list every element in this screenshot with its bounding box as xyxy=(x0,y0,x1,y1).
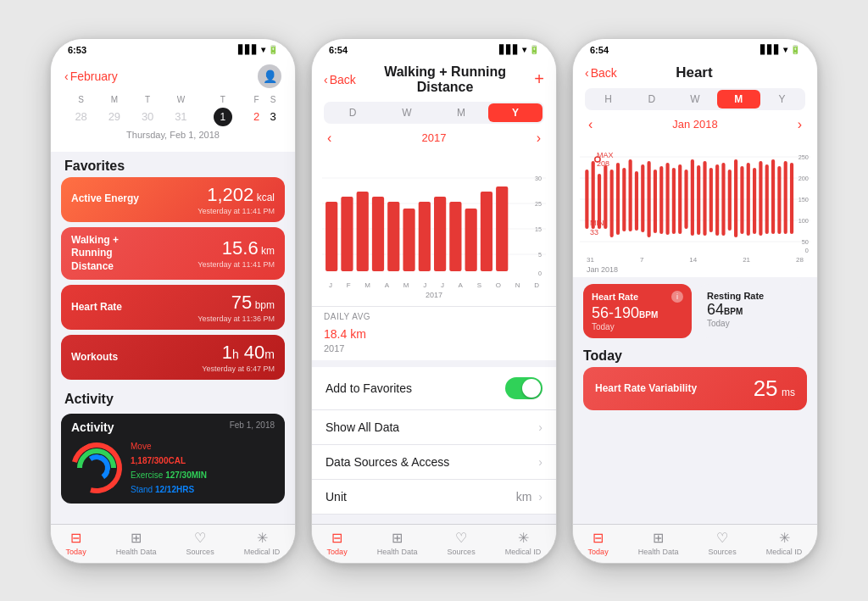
data-sources-chevron: › xyxy=(538,455,542,469)
hrv-card[interactable]: Heart Rate Variability 25 ms xyxy=(583,367,807,410)
status-icons-2: ▋▋▋ ▾ 🔋 xyxy=(499,45,539,54)
tab-today-icon-3: ⊟ xyxy=(593,530,604,546)
tab-today-2[interactable]: ⊟ Today xyxy=(327,530,348,556)
period-y[interactable]: Y xyxy=(488,103,542,122)
chart-month-3: Jan 2018 xyxy=(672,118,718,131)
unit-item[interactable]: Unit km › xyxy=(312,480,556,515)
chart-nav-3: ‹ Jan 2018 › xyxy=(585,115,805,134)
period-d[interactable]: D xyxy=(326,103,380,122)
period-w-3[interactable]: W xyxy=(673,90,716,109)
status-time-3: 6:54 xyxy=(590,45,609,55)
chart-nav-2: ‹ 2017 › xyxy=(324,129,544,147)
period-y-3[interactable]: Y xyxy=(760,90,804,109)
svg-text:30: 30 xyxy=(535,175,542,181)
fav-heart-rate[interactable]: Heart Rate 75 bpm Yesterday at 11:36 PM xyxy=(61,285,285,330)
p3-back-label: Back xyxy=(591,66,617,80)
daily-avg-unit: km xyxy=(347,327,366,341)
period-m-3[interactable]: M xyxy=(717,90,760,109)
heart-card-info[interactable]: i xyxy=(671,291,683,303)
daily-avg-year: 2017 xyxy=(324,343,544,353)
activity-card[interactable]: Activity Feb 1, 2018 Move1,187/300CAL xyxy=(61,414,285,504)
tab-today-label-1: Today xyxy=(66,548,86,556)
hrv-value-row: 25 ms xyxy=(754,376,795,402)
p3-back[interactable]: ‹ Back xyxy=(585,66,617,80)
tab-medical-1[interactable]: ✳ Medical ID xyxy=(244,530,281,556)
tab-sources-label-3: Sources xyxy=(709,548,737,556)
svg-text:25: 25 xyxy=(535,201,542,207)
period-d-3[interactable]: D xyxy=(630,90,673,109)
tab-today-3[interactable]: ⊟ Today xyxy=(588,530,609,556)
activity-rings xyxy=(71,442,122,493)
period-m[interactable]: M xyxy=(434,103,488,122)
svg-text:150: 150 xyxy=(798,197,809,203)
toggle-favorites[interactable] xyxy=(505,377,542,399)
p2-back[interactable]: ‹ Back xyxy=(324,73,356,86)
data-sources-item[interactable]: Data Sources & Access › xyxy=(312,445,556,480)
p2-add-btn[interactable]: + xyxy=(534,70,544,89)
resting-value: 64BPM xyxy=(707,301,798,319)
tab-health-label-3: Health Data xyxy=(638,548,679,556)
fav-active-energy[interactable]: Active Energy 1,202 kcal Yesterday at 11… xyxy=(61,177,285,222)
status-bar-2: 6:54 ▋▋▋ ▾ 🔋 xyxy=(312,39,556,59)
avatar-1[interactable]: 👤 xyxy=(258,64,281,88)
add-to-favorites-item[interactable]: Add to Favorites xyxy=(312,367,556,410)
unit-label: Unit xyxy=(326,490,347,504)
svg-rect-46 xyxy=(672,168,676,234)
period-h-3[interactable]: H xyxy=(587,90,630,109)
status-time-1: 6:53 xyxy=(68,45,86,55)
tab-health-icon-1: ⊞ xyxy=(131,530,142,546)
tab-today-1[interactable]: ⊟ Today xyxy=(66,530,86,556)
chart-prev-2[interactable]: ‹ xyxy=(324,131,335,146)
fav-workouts[interactable]: Workouts 1h 40m Yesterday at 6:47 PM xyxy=(61,335,285,380)
february-back[interactable]: ‹ February xyxy=(64,70,118,83)
period-w[interactable]: W xyxy=(380,103,434,122)
heart-chart-svg: 250 200 150 100 50 0 xyxy=(580,144,810,254)
tab-health-1[interactable]: ⊞ Health Data xyxy=(116,530,157,556)
svg-rect-45 xyxy=(665,163,669,235)
tab-today-icon-2: ⊟ xyxy=(331,530,342,546)
activity-title: Activity xyxy=(51,385,295,410)
tab-sources-2[interactable]: ♡ Sources xyxy=(448,530,476,556)
resting-rate-card[interactable]: Resting Rate 64BPM Today xyxy=(698,284,807,338)
heart-rate-card[interactable]: Heart Rate i 56-190BPM Today xyxy=(583,284,692,338)
status-icons-3: ▋▋▋ ▾ 🔋 xyxy=(760,45,800,54)
svg-text:15: 15 xyxy=(535,226,542,232)
bar-chart-svg: 30 25 15 5 0 xyxy=(322,161,546,280)
fav-num-2: 75 bpm xyxy=(198,292,275,314)
min-label: MIN33 xyxy=(590,219,604,237)
tab-health-icon-3: ⊞ xyxy=(653,530,664,546)
tab-sources-3[interactable]: ♡ Sources xyxy=(709,530,737,556)
tab-health-2[interactable]: ⊞ Health Data xyxy=(377,530,418,556)
p1-header: ‹ February 👤 S M T W T F S xyxy=(51,59,295,152)
tab-health-3[interactable]: ⊞ Health Data xyxy=(638,530,679,556)
tab-medical-2[interactable]: ✳ Medical ID xyxy=(505,530,542,556)
tab-bar-1: ⊟ Today ⊞ Health Data ♡ Sources ✳ Medica… xyxy=(51,524,295,563)
svg-rect-60 xyxy=(759,161,762,236)
battery-icon-2: 🔋 xyxy=(529,45,539,54)
signal-icon-2: ▋▋▋ xyxy=(499,45,520,54)
fav-walking[interactable]: Walking + Running Distance 15.6 km Yeste… xyxy=(61,227,285,281)
fav-num-1: 15.6 km xyxy=(198,237,275,259)
period-tabs-2: D W M Y xyxy=(324,102,544,124)
chart-prev-3[interactable]: ‹ xyxy=(585,117,596,132)
tab-medical-icon-3: ✳ xyxy=(779,530,790,546)
svg-rect-15 xyxy=(419,202,431,271)
chart-next-2[interactable]: › xyxy=(533,131,544,146)
svg-rect-32 xyxy=(585,170,588,229)
tab-today-label-2: Today xyxy=(327,548,348,556)
phone-2: 6:54 ▋▋▋ ▾ 🔋 ‹ Back Walking + Running Di… xyxy=(311,38,557,564)
svg-rect-10 xyxy=(341,197,353,271)
february-label: February xyxy=(70,70,118,83)
svg-rect-51 xyxy=(703,161,706,236)
chart-next-3[interactable]: › xyxy=(794,117,805,132)
tab-medical-3[interactable]: ✳ Medical ID xyxy=(766,530,803,556)
show-all-data-item[interactable]: Show All Data › xyxy=(312,410,556,445)
svg-rect-12 xyxy=(372,197,384,271)
selected-day[interactable]: 1 xyxy=(214,108,232,126)
move-value: 1,187/300CAL xyxy=(131,456,186,465)
wifi-icon-2: ▾ xyxy=(522,45,526,54)
tab-sources-1[interactable]: ♡ Sources xyxy=(186,530,214,556)
p2-nav: ‹ Back Walking + Running Distance + xyxy=(324,64,544,95)
svg-rect-54 xyxy=(721,163,725,236)
p3-nav: ‹ Back Heart xyxy=(585,64,805,81)
